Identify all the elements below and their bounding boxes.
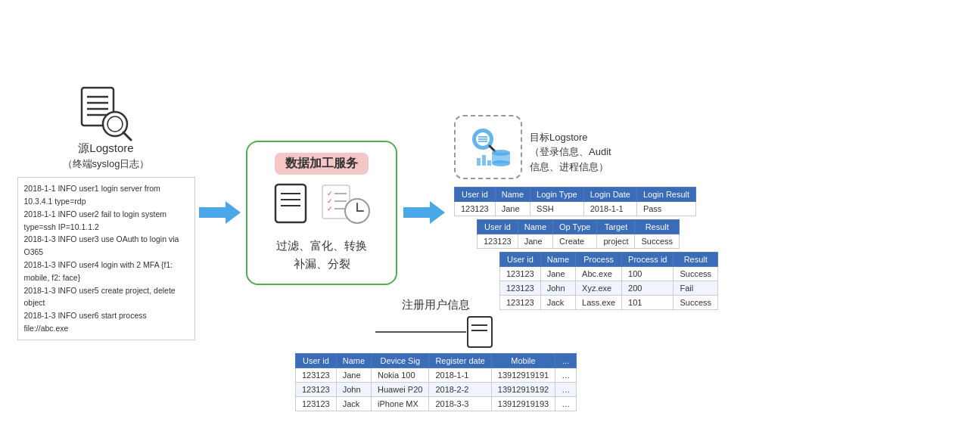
connector-line bbox=[375, 331, 466, 333]
right-section: 目标Logstore （登录信息、Audit 信息、进程信息） User id … bbox=[446, 115, 965, 310]
login-r1-date: 2018-1-1 bbox=[583, 202, 636, 216]
proc-header-process: Process bbox=[576, 253, 622, 267]
svg-point-32 bbox=[492, 160, 510, 166]
register-doc-icon bbox=[466, 315, 496, 349]
proc-r3-process: Lass.exe bbox=[576, 296, 622, 310]
login-r1-type: SSH bbox=[530, 202, 584, 216]
svg-point-6 bbox=[107, 116, 123, 132]
login-r1-name: Jane bbox=[495, 202, 530, 216]
proc-header-result: Result bbox=[674, 253, 718, 267]
target-label: 目标Logstore （登录信息、Audit 信息、进程信息） bbox=[530, 115, 611, 174]
ui-r1-device: Nokia 100 bbox=[372, 368, 429, 383]
audit-r1-name: Jane bbox=[518, 234, 552, 249]
ui-header-mobile: Mobile bbox=[491, 354, 555, 368]
audit-row-1: 123123 Jane Create project Success bbox=[478, 234, 680, 249]
svg-line-7 bbox=[123, 132, 131, 140]
proc-r1-process: Abc.exe bbox=[576, 267, 622, 281]
ui-header-userid: User id bbox=[296, 354, 337, 368]
ui-r3-regdate: 2018-3-3 bbox=[429, 397, 491, 411]
login-header-type: Login Type bbox=[530, 188, 584, 202]
log-line-1: 2018-1-1 INFO user1 login server from 10… bbox=[24, 182, 188, 208]
login-row-1: 123123 Jane SSH 2018-1-1 Pass bbox=[455, 202, 696, 216]
audit-r1-optype: Create bbox=[553, 234, 597, 249]
ui-r1-regdate: 2018-1-1 bbox=[429, 368, 491, 383]
audit-header-optype: Op Type bbox=[553, 220, 597, 234]
ui-r3-name: Jack bbox=[336, 397, 371, 411]
proc-r1-result: Success bbox=[674, 267, 718, 281]
target-header: 目标Logstore （登录信息、Audit 信息、进程信息） bbox=[454, 115, 965, 179]
target-icon-box bbox=[454, 115, 522, 179]
svg-marker-23 bbox=[403, 201, 445, 224]
login-r1-result: Pass bbox=[636, 202, 695, 216]
audit-header-userid: User id bbox=[478, 220, 518, 234]
proc-r2-userid: 123123 bbox=[500, 281, 541, 296]
svg-rect-36 bbox=[468, 317, 492, 347]
proc-r3-pid: 101 bbox=[622, 296, 674, 310]
source-section: 源Logstore （终端syslog日志） 2018-1-1 INFO use… bbox=[15, 85, 197, 340]
login-header-name: Name bbox=[495, 188, 530, 202]
register-label: 注册用户信息 bbox=[402, 298, 470, 312]
source-icon bbox=[76, 85, 136, 141]
ui-r2-more: … bbox=[555, 383, 577, 397]
log-line-6: 2018-1-3 INFO user6 start process file:/… bbox=[24, 309, 188, 335]
svg-line-29 bbox=[490, 146, 495, 151]
source-sublabel: （终端syslog日志） bbox=[63, 157, 150, 171]
audit-r1-userid: 123123 bbox=[478, 234, 518, 249]
ui-header-name: Name bbox=[336, 354, 371, 368]
proc-r1-userid: 123123 bbox=[500, 267, 541, 281]
ui-r3-more: … bbox=[555, 397, 577, 411]
proc-r3-result: Success bbox=[674, 296, 718, 310]
process-box: 数据加工服务 ✓ ✓ ✓ bbox=[246, 141, 397, 285]
audit-header-result: Result bbox=[635, 220, 680, 234]
connector-row bbox=[375, 315, 496, 349]
user-info-table: User id Name Device Sig Register date Mo… bbox=[295, 353, 577, 411]
ui-r1-mobile: 13912919191 bbox=[491, 368, 555, 383]
target-icon bbox=[462, 123, 515, 172]
proc-header-userid: User id bbox=[500, 253, 541, 267]
svg-rect-35 bbox=[487, 160, 491, 166]
audit-header-name: Name bbox=[518, 220, 552, 234]
svg-text:✓: ✓ bbox=[327, 190, 333, 197]
proc-r2-process: Xyz.exe bbox=[576, 281, 622, 296]
ui-r2-device: Huawei P20 bbox=[372, 383, 429, 397]
proc-r1-pid: 100 bbox=[622, 267, 674, 281]
ui-row-1: 123123 Jane Nokia 100 2018-1-1 139129191… bbox=[296, 368, 577, 383]
proc-row-1: 123123 Jane Abc.exe 100 Success bbox=[500, 267, 718, 281]
log-line-2: 2018-1-1 INFO user2 fail to login system… bbox=[24, 208, 188, 234]
process-doc-icon bbox=[274, 183, 313, 227]
ui-header-device: Device Sig bbox=[372, 354, 429, 368]
log-line-5: 2018-1-3 INFO user5 create project, dele… bbox=[24, 284, 188, 310]
process-subtitle: 过滤、富化、转换 补漏、分裂 bbox=[276, 237, 367, 273]
audit-r1-target: project bbox=[597, 234, 635, 249]
ui-header-more: ... bbox=[555, 354, 577, 368]
login-header-date: Login Date bbox=[583, 188, 636, 202]
ui-r2-userid: 123123 bbox=[296, 383, 337, 397]
process-icons: ✓ ✓ ✓ bbox=[274, 182, 370, 228]
login-header-result: Login Result bbox=[636, 188, 695, 202]
svg-rect-9 bbox=[275, 185, 306, 222]
source-label: 源Logstore bbox=[78, 141, 133, 156]
proc-row-2: 123123 John Xyz.exe 200 Fail bbox=[500, 281, 718, 296]
login-table-wrap: User id Name Login Type Login Date Login… bbox=[454, 187, 965, 216]
login-table: User id Name Login Type Login Date Login… bbox=[454, 187, 696, 216]
ui-row-3: 123123 Jack iPhone MX 2018-3-3 139129191… bbox=[296, 397, 577, 411]
svg-text:✓: ✓ bbox=[327, 197, 333, 205]
ui-r1-name: Jane bbox=[336, 368, 371, 383]
svg-marker-8 bbox=[199, 201, 241, 224]
proc-header-pid: Process id bbox=[622, 253, 674, 267]
register-block: 注册用户信息 User id Name Device Sig Register … bbox=[295, 298, 577, 411]
svg-rect-34 bbox=[482, 155, 486, 166]
svg-text:✓: ✓ bbox=[327, 205, 333, 212]
proc-r2-name: John bbox=[540, 281, 575, 296]
proc-r2-result: Fail bbox=[674, 281, 718, 296]
ui-row-2: 123123 John Huawei P20 2018-2-2 13912919… bbox=[296, 383, 577, 397]
proc-r2-pid: 200 bbox=[622, 281, 674, 296]
audit-header-target: Target bbox=[597, 220, 635, 234]
ui-r3-mobile: 13912919193 bbox=[491, 397, 555, 411]
ui-r1-userid: 123123 bbox=[296, 368, 337, 383]
log-box: 2018-1-1 INFO user1 login server from 10… bbox=[17, 177, 195, 340]
ui-r1-more: … bbox=[555, 368, 577, 383]
audit-table-wrap: User id Name Op Type Target Result 12312… bbox=[477, 219, 965, 249]
process-clock-icon: ✓ ✓ ✓ bbox=[321, 182, 370, 228]
process-title: 数据加工服务 bbox=[275, 153, 369, 175]
